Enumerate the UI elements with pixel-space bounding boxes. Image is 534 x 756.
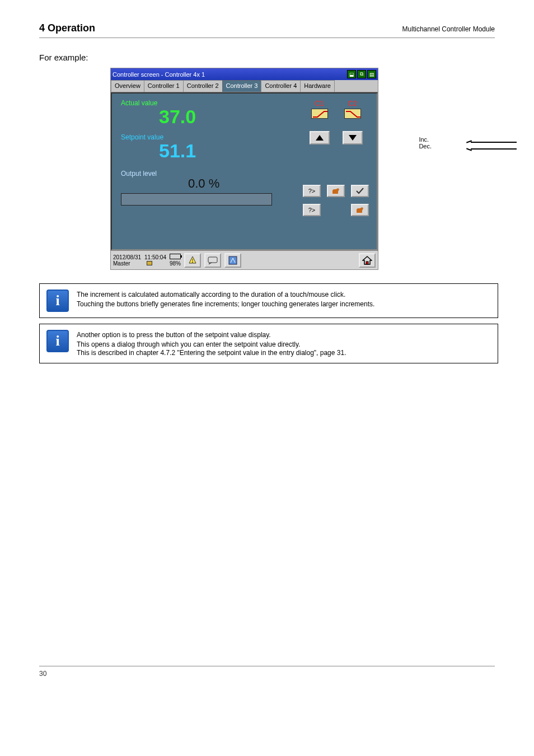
tab-controller-1[interactable]: Controller 1 [144,80,184,92]
app-window: Controller screen - Controller 4x 1 ⬓ ⧉ … [110,68,378,270]
c2-label: C2 [348,99,357,108]
ramp-down-icon [344,109,361,119]
mode-check-button[interactable] [351,185,369,197]
page-number: 30 [39,670,46,678]
window-titlebar: Controller screen - Controller 4x 1 ⬓ ⧉ … [111,68,378,80]
battery-percent: 98% [170,260,181,267]
message-button[interactable] [204,253,221,268]
info-box-1: i The increment is calculated automatica… [39,283,498,318]
window-title: Controller screen - Controller 4x 1 [113,71,205,78]
output-level-bar [121,193,272,206]
info2-line1: Another option is to press the button of… [77,331,491,339]
mode-manual-button-2[interactable] [351,204,369,216]
increment-button[interactable] [310,131,330,144]
right-panel: C1 C2 [303,99,369,216]
alarm-button[interactable] [184,253,201,268]
title-icon-2[interactable]: ⧉ [357,70,366,78]
battery-icon [170,254,181,259]
title-icon-1[interactable]: ⬓ [347,70,356,78]
mode-manual-button[interactable] [327,185,345,197]
info2-line2: This opens a dialog through which you ca… [77,340,491,349]
status-bar: 2012/08/31 Master 11:50:04 98% [111,250,378,269]
info1-line1: The increment is calculated automaticall… [77,291,491,299]
tab-overview[interactable]: Overview [111,80,144,92]
tabs-row: Overview Controller 1 Controller 2 Contr… [111,80,378,92]
key-icon [147,261,152,265]
tab-controller-4[interactable]: Controller 4 [261,80,301,92]
tab-controller-2[interactable]: Controller 2 [183,80,223,92]
decrement-button[interactable] [343,131,363,144]
content-area: Actual value 37.0 Setpoint value 51.1 Ou… [111,92,378,250]
callout-dec: Dec. [419,143,432,150]
svg-marker-1 [349,135,357,141]
status-user: Master [113,260,130,267]
info1-line2: Touching the buttons briefly generates f… [77,300,491,309]
doc-title: Multichannel Controller Module [402,25,495,33]
tools-button[interactable] [224,253,241,268]
ramp-up-icon [311,109,328,119]
mode-auto-button-2[interactable]: ?> [303,204,321,216]
c1-label: C1 [315,99,324,108]
svg-marker-0 [316,135,324,141]
svg-rect-4 [208,257,217,263]
info2-line3: This is described in chapter 4.7.2 "Ente… [77,349,491,357]
info-box-2: i Another option is to press the button … [39,324,498,363]
tab-hardware[interactable]: Hardware [300,80,335,92]
svg-point-3 [192,262,193,263]
svg-rect-7 [366,262,368,264]
home-button[interactable] [359,253,376,268]
title-icon-3[interactable]: ▤ [367,70,376,78]
section-title: 4 Operation [39,22,95,34]
info-icon: i [46,290,69,312]
intro-text: For example: [39,53,495,62]
status-date: 2012/08/31 [113,254,141,260]
info-icon: i [46,330,69,352]
tab-controller-3[interactable]: Controller 3 [222,80,262,92]
mode-auto-button[interactable]: ?> [303,185,321,197]
status-time: 11:50:04 [144,254,166,260]
callout-inc: Inc. [419,136,432,143]
